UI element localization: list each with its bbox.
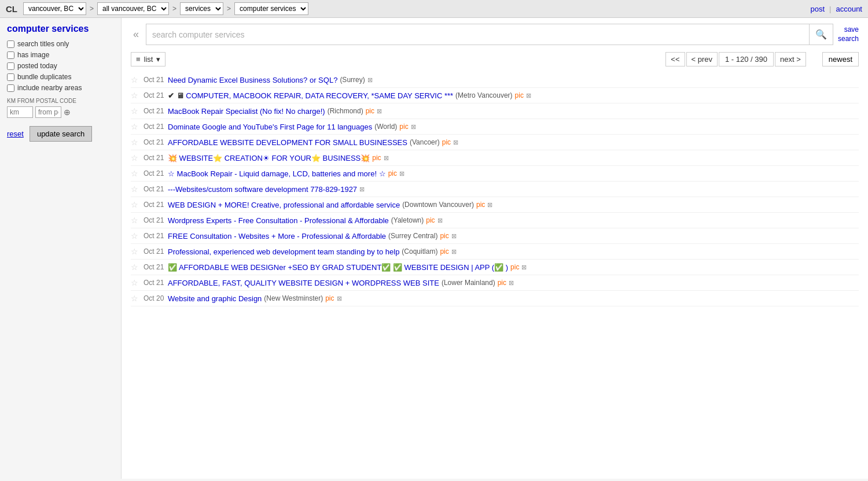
post-link[interactable]: post xyxy=(810,5,825,13)
listing-link[interactable]: ☆ MacBook Repair - Liquid damage, LCD, b… xyxy=(168,169,386,178)
category-select[interactable]: computer services xyxy=(234,2,308,15)
listing-link[interactable]: ---Websites/custom software development … xyxy=(168,185,357,194)
listing-location: (World) xyxy=(374,123,397,131)
search-input[interactable] xyxy=(146,25,809,44)
services-select[interactable]: services xyxy=(180,2,223,15)
area-select[interactable]: all vancouver, BC xyxy=(97,2,169,15)
list-item: ☆Oct 21MacBook Repair Specialist (No fix… xyxy=(131,103,859,119)
favorite-star[interactable]: ☆ xyxy=(131,138,141,147)
reset-button[interactable]: reset xyxy=(7,130,24,138)
region-select[interactable]: vancouver, BC xyxy=(23,2,86,15)
listing-hide-button[interactable]: ⊠ xyxy=(337,295,342,302)
listing-location: (Surrey Central) xyxy=(388,232,437,240)
favorite-star[interactable]: ☆ xyxy=(131,169,141,178)
save-search-button[interactable]: save search xyxy=(838,25,859,43)
listing-title: Need Dynamic Excel Business Solutions? o… xyxy=(168,76,337,84)
listing-hide-button[interactable]: ⊠ xyxy=(487,201,492,209)
search-titles-label: search titles only xyxy=(17,40,69,48)
listing-hide-button[interactable]: ⊠ xyxy=(451,232,457,240)
listing-pic-label: pic xyxy=(498,279,506,287)
account-link[interactable]: account xyxy=(836,5,862,13)
postal-input[interactable] xyxy=(35,106,61,118)
include-nearby-checkbox[interactable] xyxy=(7,84,14,92)
list-item: ☆Oct 21FREE Consultation - Websites + Mo… xyxy=(131,228,859,244)
filter-include-nearby[interactable]: include nearby areas xyxy=(7,84,114,92)
include-nearby-label: include nearby areas xyxy=(17,84,82,92)
listing-hide-button[interactable]: ⊠ xyxy=(526,92,531,99)
favorite-star[interactable]: ☆ xyxy=(131,153,141,162)
listing-hide-button[interactable]: ⊠ xyxy=(377,108,382,115)
listing-title: MacBook Repair Specialist (No fix! No ch… xyxy=(168,107,325,116)
listing-hide-button[interactable]: ⊠ xyxy=(521,264,527,271)
favorite-star[interactable]: ☆ xyxy=(131,294,141,303)
favorite-star[interactable]: ☆ xyxy=(131,91,141,100)
listing-location: (Yaletown) xyxy=(391,216,424,224)
next-page-button[interactable]: next > xyxy=(775,52,806,66)
newest-button[interactable]: newest xyxy=(822,52,859,66)
sidebar-buttons: reset update search xyxy=(7,126,114,142)
listing-hide-button[interactable]: ⊠ xyxy=(367,76,373,84)
listing-hide-button[interactable]: ⊠ xyxy=(359,186,365,193)
listing-date: Oct 21 xyxy=(144,279,165,287)
listing-title: FREE Consultation - Websites + More - Pr… xyxy=(168,232,386,240)
listing-hide-button[interactable]: ⊠ xyxy=(509,279,514,287)
listing-link[interactable]: Need Dynamic Excel Business Solutions? o… xyxy=(168,76,337,84)
favorite-star[interactable]: ☆ xyxy=(131,262,141,272)
list-item: ☆Oct 21💥 WEBSITE⭐ CREATION☀ FOR YOUR⭐ BU… xyxy=(131,150,859,166)
listing-date: Oct 21 xyxy=(144,154,165,162)
listing-link[interactable]: FREE Consultation - Websites + More - Pr… xyxy=(168,232,386,240)
listing-hide-button[interactable]: ⊠ xyxy=(384,154,389,162)
listing-hide-button[interactable]: ⊠ xyxy=(411,123,416,131)
collapse-button[interactable]: « xyxy=(131,28,141,40)
listing-link[interactable]: AFFORDABLE WEBSITE DEVELOPMENT FOR SMALL… xyxy=(168,138,407,147)
first-page-button[interactable]: << xyxy=(665,52,685,66)
listing-date: Oct 21 xyxy=(144,263,165,271)
search-button[interactable]: 🔍 xyxy=(809,24,833,45)
listing-link[interactable]: WEB DESIGN + MORE! Creative, professiona… xyxy=(168,201,400,209)
listing-pic-label: pic xyxy=(426,216,435,224)
listing-date: Oct 21 xyxy=(144,76,165,84)
favorite-star[interactable]: ☆ xyxy=(131,247,141,256)
listing-hide-button[interactable]: ⊠ xyxy=(399,170,404,177)
favorite-star[interactable]: ☆ xyxy=(131,231,141,240)
filter-bundle-duplicates[interactable]: bundle duplicates xyxy=(7,73,114,81)
listing-hide-button[interactable]: ⊠ xyxy=(453,139,458,146)
listing-hide-button[interactable]: ⊠ xyxy=(451,248,457,256)
listing-title: Dominate Google and YouTube's First Page… xyxy=(168,123,372,131)
favorite-star[interactable]: ☆ xyxy=(131,200,141,209)
list-item: ☆Oct 20Website and graphic Design (New W… xyxy=(131,291,859,306)
favorite-star[interactable]: ☆ xyxy=(131,184,141,194)
km-input[interactable] xyxy=(7,106,33,118)
favorite-star[interactable]: ☆ xyxy=(131,106,141,116)
list-item: ☆Oct 21---Websites/custom software devel… xyxy=(131,182,859,197)
filter-posted-today[interactable]: posted today xyxy=(7,62,114,70)
listing-date: Oct 21 xyxy=(144,169,165,177)
target-icon[interactable]: ⊕ xyxy=(64,108,71,117)
km-label: KM FROM POSTAL CODE xyxy=(7,98,114,104)
favorite-star[interactable]: ☆ xyxy=(131,278,141,287)
favorite-star[interactable]: ☆ xyxy=(131,216,141,225)
listing-date: Oct 21 xyxy=(144,91,165,99)
search-titles-checkbox[interactable] xyxy=(7,40,14,48)
bundle-duplicates-checkbox[interactable] xyxy=(7,73,14,81)
listing-link[interactable]: ✅ AFFORDABLE WEB DESIGNer +SEO BY GRAD S… xyxy=(168,263,508,272)
view-dropdown[interactable]: ≡ list ▾ xyxy=(131,52,165,66)
save-line2: search xyxy=(838,35,859,43)
listing-link[interactable]: Dominate Google and YouTube's First Page… xyxy=(168,123,372,131)
filter-has-image[interactable]: has image xyxy=(7,51,114,59)
prev-page-button[interactable]: < prev xyxy=(686,52,718,66)
listing-link[interactable]: COMPUTER, MACBOOK REPAIR, DATA RECOVERY,… xyxy=(186,91,453,100)
listing-link[interactable]: 💥 WEBSITE⭐ CREATION☀ FOR YOUR⭐ BUSINESS💥 xyxy=(168,154,370,162)
filter-search-titles[interactable]: search titles only xyxy=(7,40,114,48)
listing-link[interactable]: AFFORDABLE, FAST, QUALITY WEBSITE DESIGN… xyxy=(168,279,439,287)
update-search-button[interactable]: update search xyxy=(30,126,92,142)
favorite-star[interactable]: ☆ xyxy=(131,122,141,131)
listing-link[interactable]: Wordpress Experts - Free Consultation - … xyxy=(168,216,389,225)
listing-link[interactable]: Professional, experienced web developmen… xyxy=(168,247,399,256)
has-image-checkbox[interactable] xyxy=(7,51,14,59)
favorite-star[interactable]: ☆ xyxy=(131,75,141,84)
listing-link[interactable]: Website and graphic Design xyxy=(168,294,262,303)
posted-today-checkbox[interactable] xyxy=(7,62,14,70)
listing-link[interactable]: MacBook Repair Specialist (No fix! No ch… xyxy=(168,107,325,116)
listing-hide-button[interactable]: ⊠ xyxy=(437,217,443,224)
